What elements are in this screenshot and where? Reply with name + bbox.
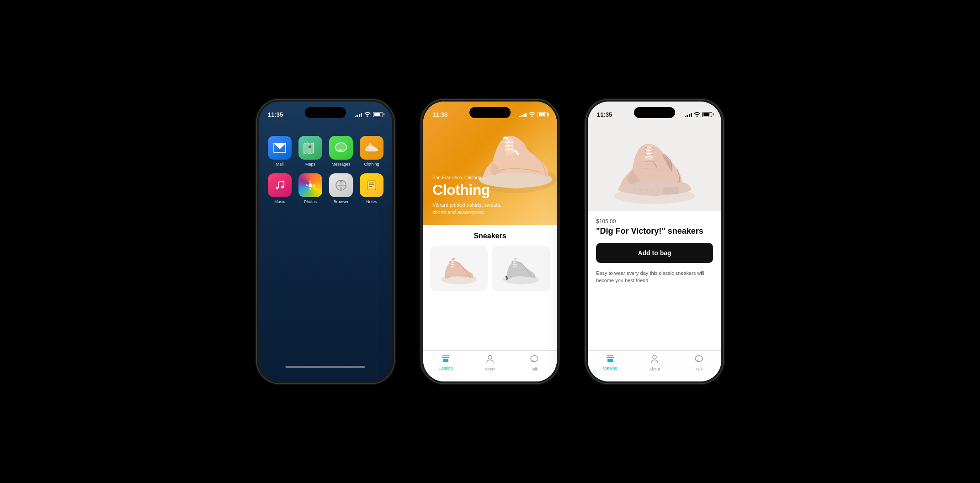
app-maps[interactable]: Maps (298, 136, 322, 166)
svg-point-33 (653, 355, 656, 359)
phone1: 11:35 (257, 100, 394, 383)
product-grid (430, 246, 550, 291)
svg-point-24 (651, 150, 653, 152)
svg-point-17 (488, 355, 492, 359)
tab-about-label: About (485, 367, 495, 371)
status-icons (355, 112, 383, 118)
wifi-icon (364, 112, 371, 118)
clothing-label: Clothing (364, 162, 379, 166)
add-to-bag-button[interactable]: Add to bag (596, 243, 713, 263)
svg-point-21 (645, 147, 647, 149)
tab-catalog-label: Catalog (603, 366, 617, 370)
phone2: 11:35 (421, 100, 559, 383)
signal-icon (519, 112, 527, 117)
svg-point-26 (651, 153, 653, 155)
svg-point-7 (309, 183, 312, 187)
battery-icon (538, 112, 548, 117)
tab-bar: Catalog About Talk (588, 350, 721, 381)
catalog-content: Sneakers (423, 225, 557, 350)
notes-icon (360, 173, 383, 197)
dynamic-island (634, 107, 675, 118)
tab-catalog[interactable]: Catalog (423, 354, 468, 370)
tab-talk-label: Talk (531, 367, 538, 371)
dynamic-island (469, 107, 511, 118)
maps-icon (298, 136, 322, 160)
mail-icon (268, 136, 292, 160)
maps-label: Maps (305, 162, 315, 166)
talk-tab-icon (694, 354, 703, 365)
hero-text: San-Francisco, California Clothing Vibra… (432, 175, 506, 216)
talk-tab-icon (530, 354, 539, 365)
battery-icon (702, 112, 712, 117)
app-photos[interactable]: Photos (298, 173, 322, 204)
dynamic-island (305, 107, 346, 118)
catalog-screen: 11:35 (423, 102, 557, 381)
phone3: 11:35 (586, 100, 723, 383)
music-label: Music (274, 199, 285, 204)
product-detail-screen: 11:35 (588, 102, 721, 381)
svg-point-6 (281, 186, 284, 188)
svg-point-8 (309, 181, 311, 182)
svg-point-31 (651, 189, 654, 191)
svg-rect-13 (368, 181, 376, 190)
status-icons (519, 112, 548, 118)
hero-section: 11:35 (423, 102, 557, 225)
svg-point-30 (645, 189, 648, 191)
app-clothing[interactable]: Clothing (360, 136, 383, 166)
catalog-tab-icon (605, 354, 615, 365)
svg-point-11 (313, 184, 315, 186)
section-title: Sneakers (430, 232, 550, 240)
photos-icon (298, 173, 322, 197)
app-messages[interactable]: Messages (329, 136, 353, 166)
browser-label: Browser (333, 199, 348, 204)
about-tab-icon (650, 354, 659, 365)
svg-point-2 (309, 145, 311, 148)
tab-catalog-label: Catalog (438, 366, 453, 370)
notes-label: Notes (366, 199, 377, 204)
photos-label: Photos (304, 199, 317, 204)
tab-catalog[interactable]: Catalog (588, 354, 632, 370)
tab-bar: Catalog About Talk (423, 350, 557, 381)
svg-point-29 (639, 188, 641, 191)
product-price: $105.00 (596, 218, 713, 225)
app-browser[interactable]: Browser (329, 173, 353, 204)
browser-icon (329, 173, 353, 197)
product-name: "Dig For Victory!" sneakers (596, 226, 713, 236)
home-screen: 11:35 (259, 102, 392, 381)
svg-point-5 (276, 187, 278, 189)
tab-about-label: About (649, 367, 660, 371)
product-detail-body: $105.00 "Dig For Victory!" sneakers Add … (588, 211, 721, 350)
signal-icon (685, 112, 692, 117)
about-tab-icon (485, 354, 495, 365)
tab-talk-label: Talk (695, 367, 703, 371)
tab-talk[interactable]: Talk (677, 354, 721, 371)
tab-about[interactable]: About (632, 354, 676, 371)
hero-subtitle: Vibrant printed t-shirts, sweats, shorts… (432, 202, 506, 216)
svg-point-23 (645, 150, 647, 152)
wifi-icon (694, 110, 700, 118)
music-icon (268, 173, 292, 197)
app-notes[interactable]: Notes (360, 173, 383, 204)
time: 11:35 (268, 111, 283, 118)
messages-icon (329, 136, 353, 160)
mail-label: Mail (276, 162, 284, 166)
home-icons-grid: Mail Maps Messages (259, 129, 392, 211)
svg-point-25 (645, 153, 647, 155)
battery-icon (373, 112, 383, 117)
clothing-icon (360, 136, 383, 160)
tab-talk[interactable]: Talk (512, 354, 557, 371)
wifi-icon (529, 112, 535, 118)
svg-rect-27 (663, 187, 679, 194)
home-indicator (285, 366, 365, 368)
svg-point-32 (657, 189, 660, 191)
messages-label: Messages (331, 162, 350, 166)
tab-about[interactable]: About (468, 354, 512, 371)
svg-point-22 (651, 147, 653, 149)
hero-location: San-Francisco, California (432, 175, 506, 180)
product-card-grey[interactable] (492, 246, 550, 291)
product-card-pink[interactable] (430, 246, 488, 291)
hero-title: Clothing (432, 182, 506, 198)
time: 11:35 (432, 111, 447, 118)
app-music[interactable]: Music (268, 173, 292, 204)
app-mail[interactable]: Mail (268, 136, 292, 166)
